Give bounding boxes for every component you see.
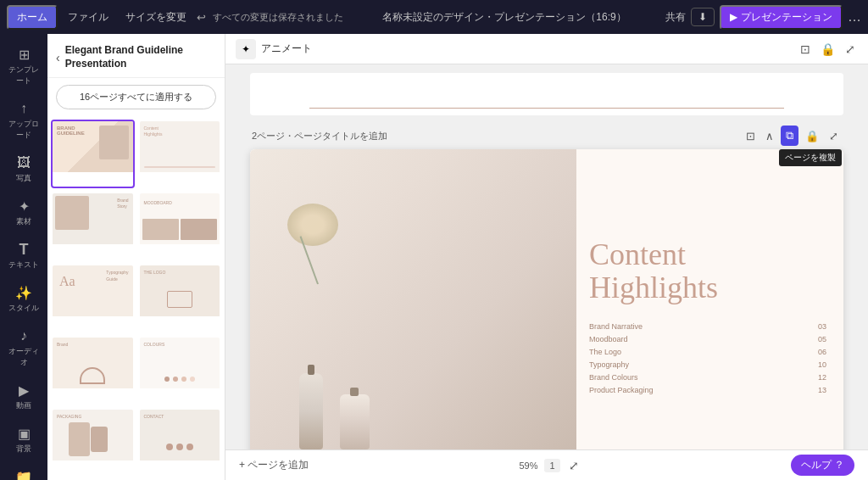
help-button[interactable]: ヘルプ ？ <box>791 455 854 476</box>
canvas-toolbar-right: ⊡ 🔒 ⤢ <box>798 40 858 59</box>
toc-item-4: Brand Colours 12 <box>589 373 826 382</box>
zoom-value: 59% <box>519 460 537 471</box>
bottle-short <box>340 394 370 449</box>
sidebar-item-elements[interactable]: ✦ 素材 <box>3 193 44 232</box>
canvas-toolbar: ✦ アニメート ⊡ 🔒 ⤢ <box>225 34 868 64</box>
more-options-button[interactable]: … <box>848 9 861 25</box>
toc-title-3: Typography <box>589 360 629 369</box>
add-page-button[interactable]: + ページを追加 <box>239 458 309 472</box>
sidebar-item-templates[interactable]: ⊞ テンプレート <box>3 41 44 92</box>
flower-decoration <box>266 199 368 284</box>
template-thumb-9[interactable]: PACKAGING <box>51 408 135 477</box>
page-label-row: 2ページ・ページタイトルを追加 ⊡ ∧ ⧉ 🔒 ⤢ ページを複製 <box>250 126 843 146</box>
zoom-fit-button[interactable]: ⤢ <box>567 457 581 474</box>
home-button[interactable]: ホーム <box>7 5 58 30</box>
toc-item-0: Brand Narrative 03 <box>589 322 826 331</box>
slide-photo <box>250 149 576 449</box>
page-lock-button[interactable]: 🔒 <box>802 128 822 144</box>
template-thumb-3[interactable]: BrandStory <box>51 192 135 260</box>
template-thumb-5[interactable]: Aa TypographyGuide <box>51 264 135 332</box>
sidebar-icons: ⊞ テンプレート ↑ アップロード 🖼 写真 ✦ 素材 T テキスト ✨ スタイ… <box>0 34 47 480</box>
sidebar-item-photos[interactable]: 🖼 写真 <box>3 149 44 189</box>
toc-num-0: 03 <box>818 322 826 331</box>
page-chevron-up-button[interactable]: ∧ <box>762 128 777 144</box>
page-label-actions: ⊡ ∧ ⧉ 🔒 ⤢ ページを複製 <box>743 126 842 146</box>
bottom-bar: + ページを追加 59% 1 ⤢ ヘルプ ？ <box>225 449 868 480</box>
page-copy-button[interactable]: ⊡ <box>743 128 759 144</box>
sidebar-item-background[interactable]: ▣ 背景 <box>3 420 44 460</box>
document-title: 名称未設定のデザイン・プレゼンテーション（16:9） <box>382 10 626 25</box>
apply-all-button[interactable]: 16ページすべてに適用する <box>56 85 216 109</box>
sidebar-item-style[interactable]: ✨ スタイル <box>3 279 44 319</box>
saved-status: すべての変更は保存されました <box>213 11 343 24</box>
undo-button[interactable]: ↩ <box>197 11 206 24</box>
duplicate-icon: ⧉ <box>786 129 793 142</box>
slide-photo-bg <box>250 149 576 449</box>
present-button[interactable]: ▶ プレゼンテーション <box>720 5 843 30</box>
toc-num-4: 12 <box>818 373 826 382</box>
slide-toc: Brand Narrative 03 Moodboard 05 The Logo… <box>589 322 826 394</box>
topbar-right-actions: 共有 ⬇ ▶ プレゼンテーション … <box>665 5 861 30</box>
template-thumb-6[interactable]: THE LOGO <box>138 264 222 332</box>
download-icon: ⬇ <box>698 11 707 23</box>
page-expand-button[interactable]: ⤢ <box>826 128 842 144</box>
toc-title-2: The Logo <box>589 348 621 356</box>
sidebar-item-video[interactable]: ▶ 動画 <box>3 377 44 416</box>
template-thumb-7[interactable]: Brand <box>51 336 135 405</box>
toc-item-1: Moodboard 05 <box>589 335 826 343</box>
templates-panel-title: Elegant Brand Guideline Presentation <box>65 44 216 70</box>
toc-title-5: Product Packaging <box>589 386 654 394</box>
sidebar-item-upload[interactable]: ↑ アップロード <box>3 95 44 146</box>
animate-button[interactable]: アニメート <box>261 42 312 56</box>
photos-icon: 🖼 <box>15 154 32 171</box>
animate-icon: ✦ <box>236 39 256 59</box>
toc-title-4: Brand Colours <box>589 373 638 382</box>
toc-item-5: Product Packaging 13 <box>589 386 826 394</box>
toc-num-1: 05 <box>818 335 826 343</box>
flower-head <box>287 204 338 246</box>
present-icon-button[interactable]: ⊡ <box>798 40 813 59</box>
main-slide[interactable]: ALLURE BEAUTY 02 <box>250 149 843 449</box>
resize-button[interactable]: サイズを変更 <box>119 7 193 28</box>
elements-icon: ✦ <box>15 198 32 215</box>
zoom-controls: 59% 1 ⤢ <box>519 457 580 474</box>
folder-icon: 📁 <box>15 468 32 480</box>
templates-back-button[interactable]: ‹ <box>56 51 60 64</box>
templates-panel-header: ‹ Elegant Brand Guideline Presentation <box>47 34 225 78</box>
topbar: ホーム ファイル サイズを変更 ↩ すべての変更は保存されました 名称未設定のデ… <box>0 0 868 34</box>
toc-num-5: 13 <box>818 386 826 394</box>
template-thumb-4[interactable]: MOODBOARD <box>138 192 222 260</box>
toc-title-0: Brand Narrative <box>589 322 643 331</box>
video-icon: ▶ <box>15 382 32 399</box>
template-thumb-2[interactable]: ContentHighlights <box>138 120 222 188</box>
bottle-group <box>299 373 370 449</box>
page-duplicate-button[interactable]: ⧉ <box>781 126 798 146</box>
slide-inner: ALLURE BEAUTY 02 <box>250 149 843 449</box>
templates-panel: ‹ Elegant Brand Guideline Presentation 1… <box>47 34 225 480</box>
slide-text-area: Content Highlights Brand Narrative 03 Mo… <box>576 149 843 449</box>
template-thumb-10[interactable]: CONTACT <box>138 408 222 477</box>
share-button[interactable]: 共有 <box>665 10 686 25</box>
prev-slide <box>250 73 843 115</box>
file-button[interactable]: ファイル <box>61 7 115 28</box>
style-icon: ✨ <box>15 284 32 301</box>
template-thumb-1[interactable]: BRANDGUIDELINE <box>51 120 135 188</box>
sidebar-item-text[interactable]: T テキスト <box>3 236 44 276</box>
template-thumb-8[interactable]: COLOURS <box>138 336 222 405</box>
main-layout: ⊞ テンプレート ↑ アップロード 🖼 写真 ✦ 素材 T テキスト ✨ スタイ… <box>0 34 868 480</box>
templates-icon: ⊞ <box>15 46 32 63</box>
slide-heading-line1: Content <box>589 237 686 271</box>
prev-slide-decoration <box>309 108 784 109</box>
download-button[interactable]: ⬇ <box>691 8 715 26</box>
sidebar-item-audio[interactable]: ♪ オーディオ <box>3 322 44 373</box>
canvas-scroll[interactable]: 2ページ・ページタイトルを追加 ⊡ ∧ ⧉ 🔒 ⤢ ページを複製 <box>225 64 868 449</box>
fullscreen-icon-button[interactable]: ⤢ <box>843 40 858 59</box>
lock-icon-button[interactable]: 🔒 <box>818 40 837 59</box>
toc-item-3: Typography 10 <box>589 360 826 369</box>
bottle-tall <box>299 373 323 449</box>
prev-slide-wrapper <box>250 73 843 115</box>
upload-icon: ↑ <box>15 100 32 117</box>
background-icon: ▣ <box>15 425 32 442</box>
tooltip-duplicate: ページを複製 <box>779 149 842 166</box>
sidebar-item-folder[interactable]: 📁 フォルダー <box>3 463 44 480</box>
